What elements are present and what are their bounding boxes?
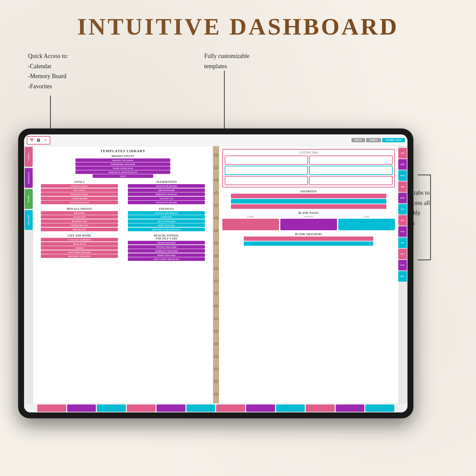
btn-selfcare[interactable]: SELF-CARE CHECKLIST [128,257,205,261]
tab-may[interactable]: MAY [398,193,407,203]
tab-oct[interactable]: OCT [398,249,407,259]
finances-header: FINANCES [124,208,209,210]
productivity-header: PRODUCTIVITY [37,155,210,158]
spiral-ring [214,305,218,307]
calendar-icon[interactable]: 📅 [29,137,35,143]
btn-expenses[interactable]: EXPENSES [128,215,205,219]
btn-my-goals[interactable]: MY GOALS [41,188,118,192]
grid-box[interactable] [338,219,395,230]
btn-morning-journal[interactable]: MORNING JOURNAL [128,192,205,196]
image-icon[interactable]: 🖼 [36,137,42,143]
btn-mood[interactable]: MOOD TRACKER [128,241,205,244]
btn-workout[interactable]: WORKOUT TRACKER [128,249,205,253]
goals-section: GOALS ANNUAL GOALS MY GOALS FINANCE GOAL… [37,179,122,205]
btn-lists[interactable]: LISTS [93,174,153,178]
nav-icon-group: 📅 🖼 ♥ [27,136,50,145]
btn-annual-goals[interactable]: ANNUAL GOALS [41,184,118,188]
btn-savings[interactable]: SAVINGS AND BUDGET [128,211,205,215]
dotted-box[interactable] [280,219,337,230]
btn-vision-board[interactable]: VISION BOARD [41,197,118,200]
spiral-ring [214,179,218,182]
link-box-3[interactable] [225,166,308,175]
tab-home[interactable]: HOME [25,189,33,209]
tab-goals[interactable]: GOALS [25,147,33,167]
btn-finance-goals[interactable]: FINANCE GOALS [41,192,118,196]
btn-password[interactable]: PASSWORD TRACKER [41,250,118,254]
heart-icon[interactable]: ♥ [42,137,48,143]
affirmation-section: AFFIRMATION GRATITUDE BOARD DREAM BOARD … [124,179,209,205]
btn-positivity[interactable]: POSITIVITY BOARD [128,201,205,204]
link-box-6[interactable] [309,176,393,185]
btn-dream-board[interactable]: DREAM BOARD [128,188,205,192]
tab-finances[interactable]: FINANCES [25,168,33,188]
btn-dream-list[interactable]: DREAM LIST [41,228,118,231]
spiral-ring [214,318,218,320]
tab-nov[interactable]: NOV [398,260,407,270]
btn-routines[interactable]: ROUTINES [41,211,118,215]
spiral-ring [214,280,218,282]
tab-sep[interactable]: SEP [398,238,407,248]
tab-mar[interactable]: MAR [398,170,407,181]
tab-jan[interactable]: JAN [398,148,407,158]
btn-cleaning[interactable]: CLEANING SCHEDULE [41,238,118,241]
blank-page-grid: LINED DOTTED GRID [222,215,395,230]
nav-tab-index[interactable]: INDEX [366,138,381,142]
annotation-left-text: Quick Access to: -Calendar -Memory Board… [28,53,68,90]
link-box-4[interactable] [309,166,393,175]
bottom-tab-10[interactable] [306,405,335,412]
life-section: LIFE AND HOME CLEANING SCHEDULE MEAL PLA… [37,233,122,262]
btn-orders[interactable]: ORDERS [41,246,118,250]
tab-health[interactable]: HEALTH [25,210,33,230]
btn-habit[interactable]: HABIT TRACKER [128,253,205,257]
btn-pomodoro[interactable]: POMODORO TRACKER [75,162,170,166]
tab-aug[interactable]: AUG [398,226,407,237]
btn-meal-plan[interactable]: MEAL PLAN [41,242,118,246]
bottom-tab-9[interactable] [276,405,305,412]
blank-page-dotted: DOTTED [280,215,337,230]
link-box-5[interactable] [225,176,308,185]
btn-subscriptions[interactable]: MONTHLY SUBSCRIPTIONS [128,228,205,231]
blank-page-grid: GRID [338,215,395,230]
btn-18-month[interactable]: 18-MONTH VISION [41,201,118,204]
btn-letting-go[interactable]: LETTING GO [128,197,205,200]
btn-birthday[interactable]: BIRTHDAY TRACKER [41,254,118,258]
bottom-tab-7[interactable] [216,405,245,412]
tab-jun[interactable]: JUN [398,204,407,214]
spiral-ring [214,255,218,257]
blank-pages-title: BLANK PAGES [222,211,395,214]
bottom-tab-11[interactable] [336,405,365,412]
tab-dec[interactable]: DEC [398,271,407,282]
lined-box[interactable] [222,219,279,230]
two-col-life: LIFE AND HOME CLEANING SCHEDULE MEAL PLA… [37,233,210,262]
btn-debt[interactable]: DEBT TRACKER [128,223,205,227]
tab-apr[interactable]: APR [398,182,407,192]
spiral-ring [214,154,218,156]
lined-label: LINED [222,215,279,218]
tab-jul[interactable]: JUL [398,215,407,226]
btn-todo[interactable]: TO-DO LIST [41,215,118,219]
btn-reading[interactable]: READING LIST [41,219,118,223]
link-box-2[interactable] [309,155,393,165]
btn-personal-growth[interactable]: PERSONAL GROWTH PLAN [75,170,170,174]
btn-work-week[interactable]: WORK WEEK PLAN [75,166,170,170]
btn-gratitude[interactable]: GRATITUDE BOARD [128,184,205,188]
nav-tab-templates[interactable]: TEMPLATES [382,138,405,142]
tab-feb[interactable]: FEB [398,159,407,170]
bottom-tab-3[interactable] [97,405,126,412]
bottom-tab-5[interactable] [156,405,185,412]
btn-bills[interactable]: BILLS TRACKER [128,219,205,223]
btn-fitness[interactable]: FITNESS TRACKER [128,245,205,249]
nav-tab-help[interactable]: HELP [351,138,365,142]
btn-gratitude-list[interactable]: GRATITUDE LIST [41,223,118,227]
bottom-tab-8[interactable] [246,405,275,412]
bottom-tab-12[interactable] [365,405,394,412]
bottom-tab-2[interactable] [67,405,96,412]
link-grid [225,155,393,185]
spiral-ring [214,330,218,333]
btn-project-planner[interactable]: PROJECT PLANNER [75,158,170,162]
bottom-tab-6[interactable] [186,405,215,412]
bottom-tab-1[interactable] [37,405,66,412]
link-box-1[interactable] [225,155,308,165]
bottom-tab-4[interactable] [127,405,156,412]
goals-header: GOALS [37,181,122,183]
